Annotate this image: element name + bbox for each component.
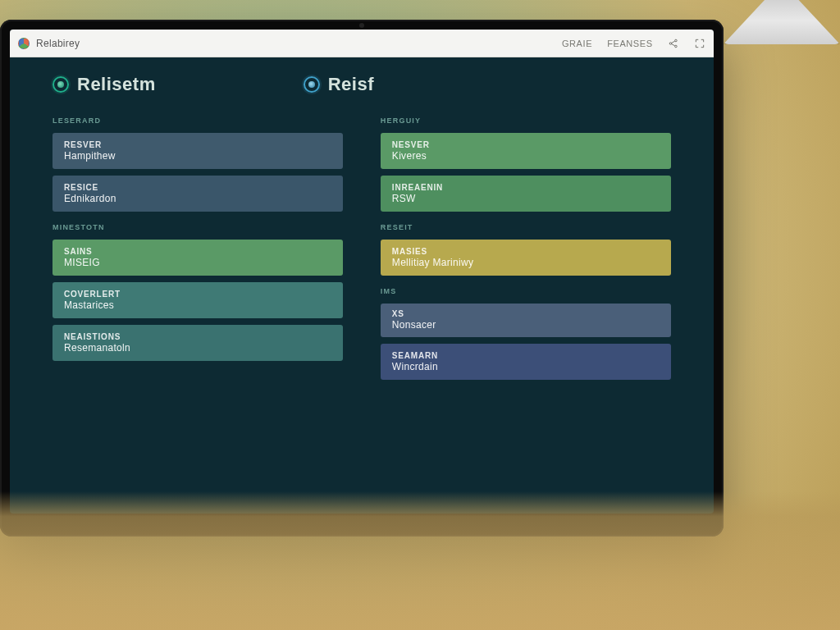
card-resver[interactable]: Resver Hampithew <box>52 133 343 169</box>
card-sub: Mellitiay Mariniwy <box>392 257 660 268</box>
card-heading: XS <box>392 309 660 318</box>
card-sub: Resemanatoln <box>64 342 331 354</box>
target-icon <box>52 76 69 93</box>
card-heading: Seamarn <box>392 351 660 360</box>
tab-reisf[interactable]: Reisf <box>304 74 374 95</box>
section-label: RESEIT <box>381 223 671 231</box>
svg-point-0 <box>669 42 672 44</box>
column-right: HERGUIY Nesver Kiveres Inreaenin RSW RES… <box>381 112 671 380</box>
card-seamarn[interactable]: Seamarn Wincrdain <box>381 344 671 380</box>
card-heading: SAINS <box>64 247 331 256</box>
browser-toolbar: Relabirey GRAIE FEANSES <box>10 30 714 57</box>
card-inreaenin[interactable]: Inreaenin RSW <box>381 176 671 212</box>
card-sub: Mastarices <box>64 299 331 311</box>
card-sub: Wincrdain <box>392 361 660 372</box>
card-heading: Nesver <box>392 140 660 149</box>
card-resice[interactable]: Resice Ednikardon <box>52 176 343 212</box>
card-coverlert[interactable]: Coverlert Mastarices <box>52 282 343 318</box>
card-xs[interactable]: XS Nonsacer <box>381 304 671 337</box>
favicon-icon <box>18 38 30 49</box>
card-masies[interactable]: MASIES Mellitiay Mariniwy <box>381 240 671 276</box>
webcam <box>359 23 364 28</box>
card-heading: Coverlert <box>64 290 331 299</box>
nav-link-feanses[interactable]: FEANSES <box>607 39 653 48</box>
tab-label-secondary: Reisf <box>328 74 374 95</box>
monitor-stand <box>724 0 840 44</box>
screen: Relabirey GRAIE FEANSES Relisetm <box>10 30 714 514</box>
card-nesver[interactable]: Nesver Kiveres <box>381 133 671 169</box>
card-heading: Neaistions <box>64 332 331 341</box>
column-left: LESERARD Resver Hampithew Resice Ednikar… <box>52 112 343 380</box>
card-sains[interactable]: SAINS MISEIG <box>52 240 343 276</box>
dashboard-content: Relisetm Reisf LESERARD Resver Hampithew <box>10 57 714 514</box>
svg-point-2 <box>674 45 677 48</box>
page-title: Relabirey <box>36 38 80 49</box>
section-label: HERGUIY <box>381 116 671 125</box>
card-sub: Kiveres <box>392 150 660 162</box>
card-heading: Resice <box>64 183 331 192</box>
card-sub: Hampithew <box>64 150 331 162</box>
nav-link-graie[interactable]: GRAIE <box>562 39 592 48</box>
tab-relisetm[interactable]: Relisetm <box>52 74 156 95</box>
share-icon[interactable] <box>668 38 679 49</box>
card-sub: Nonsacer <box>392 319 660 331</box>
expand-icon[interactable] <box>694 38 705 49</box>
card-heading: Inreaenin <box>392 183 660 192</box>
card-sub: RSW <box>392 193 660 204</box>
section-label: IMS <box>381 287 671 295</box>
target-icon <box>304 76 320 93</box>
svg-point-1 <box>674 39 677 42</box>
section-label: MINESTOTN <box>52 223 343 231</box>
tab-row: Relisetm Reisf <box>52 74 671 95</box>
card-sub: MISEIG <box>64 257 331 268</box>
card-heading: MASIES <box>392 247 660 256</box>
card-neaistions[interactable]: Neaistions Resemanatoln <box>52 325 343 361</box>
tab-label-primary: Relisetm <box>77 74 156 95</box>
monitor-frame: Relabirey GRAIE FEANSES Relisetm <box>0 20 724 536</box>
card-sub: Ednikardon <box>64 193 331 204</box>
card-heading: Resver <box>64 140 331 149</box>
section-label: LESERARD <box>52 116 343 125</box>
